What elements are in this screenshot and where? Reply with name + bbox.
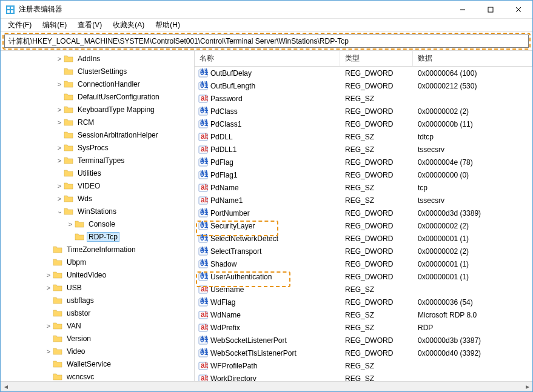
tree-panel[interactable]: >AddInsClusterSettings>ConnectionHandler…	[1, 51, 195, 381]
tree-label: Wds	[76, 194, 94, 204]
menu-edit[interactable]: 编辑(E)	[38, 19, 72, 32]
tree-node[interactable]: Ubpm	[1, 256, 194, 268]
tree-node[interactable]: wcncsvc	[1, 370, 194, 381]
value-row[interactable]: abWdPrefixREG_SZRDP	[195, 321, 532, 334]
value-row[interactable]: 011110ShadowREG_DWORD0x00000001 (1)	[195, 257, 532, 270]
value-row[interactable]: 011110OutBufLengthREG_DWORD0x00000212 (5…	[195, 79, 532, 92]
svg-text:ab: ab	[201, 361, 208, 370]
value-row[interactable]: 011110PdClassREG_DWORD0x00000002 (2)	[195, 105, 532, 118]
tree-node[interactable]: ⌄WinStations	[1, 205, 194, 218]
value-row[interactable]: 011110SelectTransportREG_DWORD0x00000002…	[195, 245, 532, 257]
tree-node[interactable]: >VIDEO	[1, 179, 194, 192]
minimize-button[interactable]	[449, 1, 477, 19]
value-row[interactable]: abPdName1REG_SZtssecsrv	[195, 194, 532, 207]
scroll-right-icon[interactable]: ▸	[522, 382, 532, 391]
expand-icon[interactable]: ⌄	[55, 207, 64, 215]
value-row[interactable]: abWdNameREG_SZMicrosoft RDP 8.0	[195, 308, 532, 321]
tree-label: WalletService	[65, 359, 113, 369]
close-button[interactable]	[505, 1, 532, 19]
scroll-left-icon[interactable]: ◂	[1, 382, 11, 391]
tree-node[interactable]: >ConnectionHandler	[1, 78, 194, 90]
value-name: SelectTransport	[210, 247, 261, 256]
expand-icon[interactable]: >	[55, 55, 64, 62]
tree-node[interactable]: >KeyboardType Mapping	[1, 103, 194, 116]
value-row[interactable]: 011110SecurityLayerREG_DWORD0x00000002 (…	[195, 219, 532, 232]
value-row[interactable]: 011110OutBufDelayREG_DWORD0x00000064 (10…	[195, 67, 532, 79]
value-data: 0x00000d40 (3392)	[413, 349, 532, 357]
expand-icon[interactable]: >	[55, 106, 64, 113]
expand-icon[interactable]: >	[55, 81, 64, 88]
tree-node[interactable]: DefaultUserConfiguration	[1, 90, 194, 103]
expand-icon[interactable]: >	[55, 144, 64, 151]
expand-icon[interactable]: >	[44, 348, 53, 355]
menu-view[interactable]: 查看(V)	[73, 19, 107, 32]
tree-node[interactable]: ClusterSettings	[1, 65, 194, 78]
values-panel[interactable]: 名称 类型 数据 011110OutBufDelayREG_DWORD0x000…	[195, 51, 532, 381]
expand-icon[interactable]: >	[44, 322, 53, 330]
value-type: REG_SZ	[340, 196, 413, 205]
svg-rect-2	[11, 7, 13, 9]
col-data[interactable]: 数据	[413, 51, 532, 66]
tree-node[interactable]: >UnitedVideo	[1, 268, 194, 281]
menu-help[interactable]: 帮助(H)	[150, 19, 185, 32]
svg-text:110: 110	[200, 170, 208, 176]
expand-icon[interactable]: >	[55, 157, 64, 164]
value-row[interactable]: abPdDLL1REG_SZtssecsrv	[195, 143, 532, 156]
value-type: REG_SZ	[340, 95, 413, 103]
value-name: Password	[210, 95, 243, 103]
value-data: 0x00000036 (54)	[413, 298, 532, 307]
tree-node[interactable]: >SysProcs	[1, 141, 194, 154]
value-row[interactable]: abWorkDirectoryREG_SZ	[195, 372, 532, 381]
expand-icon[interactable]: >	[55, 182, 64, 190]
value-row[interactable]: 011110SelectNetworkDetectREG_DWORD0x0000…	[195, 232, 532, 245]
tree-node[interactable]: Utilities	[1, 167, 194, 179]
address-bar[interactable]	[4, 35, 529, 48]
value-row[interactable]: abPasswordREG_SZ	[195, 92, 532, 105]
value-row[interactable]: abUsernameREG_SZ	[195, 283, 532, 296]
tree-node[interactable]: SessionArbitrationHelper	[1, 128, 194, 141]
maximize-button[interactable]	[477, 1, 505, 19]
value-name: PdDLL	[210, 133, 233, 141]
menu-file[interactable]: 文件(F)	[3, 19, 36, 32]
svg-text:ab: ab	[201, 285, 208, 293]
col-type[interactable]: 类型	[340, 51, 413, 66]
menu-favorites[interactable]: 收藏夹(A)	[108, 19, 149, 32]
value-row[interactable]: 011110PdFlagREG_DWORD0x0000004e (78)	[195, 156, 532, 168]
tree-node[interactable]: >VAN	[1, 319, 194, 332]
tree-node[interactable]: usbstor	[1, 307, 194, 319]
tree-node[interactable]: >RCM	[1, 116, 194, 128]
tree-node[interactable]: >Console	[1, 218, 194, 230]
expand-icon[interactable]: >	[55, 195, 64, 202]
tree-node[interactable]: >AddIns	[1, 52, 194, 65]
expand-icon[interactable]: >	[44, 284, 53, 291]
expand-icon[interactable]: >	[44, 271, 53, 279]
value-row[interactable]: abPdDLLREG_SZtdtcp	[195, 130, 532, 143]
expand-icon[interactable]: >	[66, 221, 75, 228]
value-row[interactable]: 011110PortNumberREG_DWORD0x00000d3d (338…	[195, 207, 532, 219]
tree-node[interactable]: TimeZoneInformation	[1, 243, 194, 256]
value-row[interactable]: 011110WdFlagREG_DWORD0x00000036 (54)	[195, 296, 532, 308]
tree-node[interactable]: RDP-Tcp	[1, 230, 194, 243]
value-name: PdClass1	[210, 120, 241, 128]
svg-text:110: 110	[200, 336, 208, 342]
value-row[interactable]: 011110WebSocketListenerPortREG_DWORD0x00…	[195, 334, 532, 347]
tree-node[interactable]: Version	[1, 332, 194, 345]
value-name: PdDLL1	[210, 145, 236, 154]
tree-node[interactable]: usbflags	[1, 294, 194, 307]
value-row[interactable]: 011110WebSocketTlsListenerPortREG_DWORD0…	[195, 347, 532, 359]
tree-node[interactable]: >USB	[1, 281, 194, 294]
expand-icon[interactable]: >	[55, 119, 64, 126]
tree-node[interactable]: >Wds	[1, 192, 194, 205]
value-row[interactable]: 011110PdClass1REG_DWORD0x0000000b (11)	[195, 118, 532, 130]
horizontal-scrollbar[interactable]: ◂ ▸	[1, 381, 532, 391]
tree-node[interactable]: WalletService	[1, 357, 194, 370]
value-row[interactable]: 011110UserAuthenticationREG_DWORD0x00000…	[195, 270, 532, 283]
value-row[interactable]: abWFProfilePathREG_SZ	[195, 359, 532, 372]
value-name: WdName	[210, 311, 241, 319]
tree-node[interactable]: >TerminalTypes	[1, 154, 194, 167]
col-name[interactable]: 名称	[195, 51, 340, 66]
tree-node[interactable]: >Video	[1, 345, 194, 357]
value-data: 0x00000000 (0)	[413, 171, 532, 179]
value-row[interactable]: 011110PdFlag1REG_DWORD0x00000000 (0)	[195, 168, 532, 181]
value-row[interactable]: abPdNameREG_SZtcp	[195, 181, 532, 194]
